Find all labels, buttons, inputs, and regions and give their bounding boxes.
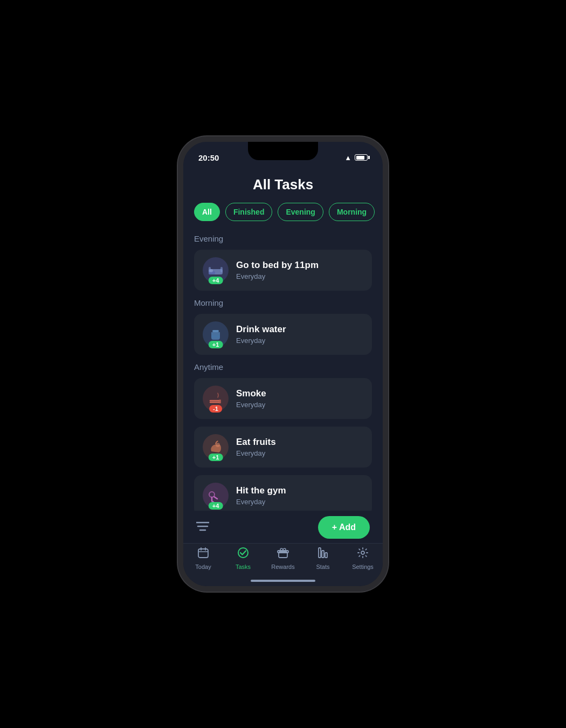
svg-rect-6 — [211, 335, 220, 338]
wifi-icon: ▲ — [344, 154, 351, 162]
nav-item-rewards[interactable]: Rewards — [267, 547, 299, 570]
task-freq-fruits: Everyday — [236, 449, 276, 457]
rewards-icon — [277, 547, 289, 562]
section-header-morning: Morning — [194, 298, 372, 307]
svg-point-8 — [216, 443, 220, 447]
task-freq-gym: Everyday — [236, 498, 286, 506]
nav-label-tasks: Tasks — [236, 564, 251, 570]
nav-label-stats: Stats — [316, 564, 329, 570]
filter-tabs: All Finished Evening Morning — [194, 203, 372, 221]
nav-item-stats[interactable]: Stats — [307, 547, 339, 570]
svg-point-21 — [238, 548, 248, 558]
action-bar: + Add — [183, 511, 383, 543]
task-badge-fruits: +1 — [209, 454, 223, 461]
bottom-nav: Today Tasks — [183, 543, 383, 575]
task-info-bed: Go to bed by 11pm Everyday — [236, 260, 319, 280]
filter-tab-finished[interactable]: Finished — [225, 203, 273, 221]
task-name-smoke: Smoke — [236, 388, 266, 399]
task-freq-water: Everyday — [236, 336, 286, 345]
task-badge-bed: +4 — [209, 277, 223, 284]
main-content[interactable]: All Tasks All Finished Evening Morning E… — [183, 166, 383, 511]
task-card-water[interactable]: +1 Drink water Everyday — [194, 314, 372, 355]
nav-label-settings: Settings — [352, 564, 374, 570]
svg-rect-25 — [322, 551, 324, 558]
nav-label-today: Today — [195, 564, 211, 570]
svg-point-27 — [361, 551, 364, 554]
home-indicator-bar — [251, 580, 315, 582]
task-name-bed: Go to bed by 11pm — [236, 260, 319, 271]
nav-label-rewards: Rewards — [271, 564, 294, 570]
svg-point-4 — [210, 269, 213, 272]
task-name-water: Drink water — [236, 324, 286, 335]
task-card-smoke[interactable]: -1 Smoke Everyday — [194, 378, 372, 419]
svg-line-10 — [214, 497, 217, 499]
task-icon-wrap-gym: +4 — [203, 483, 229, 509]
task-name-gym: Hit the gym — [236, 485, 286, 496]
svg-rect-17 — [198, 549, 208, 558]
status-icons: ▲ — [344, 154, 368, 162]
status-bar: 20:50 ▲ — [183, 142, 383, 166]
nav-item-today[interactable]: Today — [187, 547, 219, 570]
section-header-anytime: Anytime — [194, 362, 372, 372]
task-info-smoke: Smoke Everyday — [236, 388, 266, 409]
task-badge-smoke: -1 — [209, 405, 222, 413]
task-card-gym[interactable]: +4 Hit the gym Everyday — [194, 475, 372, 511]
task-info-water: Drink water Everyday — [236, 324, 286, 345]
task-badge-water: +1 — [209, 341, 223, 348]
task-freq-smoke: Everyday — [236, 401, 266, 409]
tasks-icon — [237, 547, 249, 562]
task-icon-wrap-smoke: -1 — [203, 386, 229, 411]
task-freq-bed: Everyday — [236, 272, 319, 280]
today-icon — [197, 547, 209, 562]
task-badge-gym: +4 — [209, 502, 223, 510]
svg-rect-5 — [212, 330, 219, 332]
filter-tab-evening[interactable]: Evening — [278, 203, 323, 221]
task-info-fruits: Eat fruits Everyday — [236, 437, 276, 457]
svg-rect-26 — [325, 553, 327, 558]
task-card-fruits[interactable]: +1 Eat fruits Everyday — [194, 427, 372, 468]
task-name-fruits: Eat fruits — [236, 437, 276, 448]
section-header-evening: Evening — [194, 234, 372, 243]
nav-item-tasks[interactable]: Tasks — [227, 547, 259, 570]
stats-icon — [317, 547, 329, 562]
add-button[interactable]: + Add — [318, 516, 370, 539]
svg-rect-7 — [219, 400, 221, 403]
nav-item-settings[interactable]: Settings — [347, 547, 379, 570]
page-title: All Tasks — [194, 166, 372, 203]
task-info-gym: Hit the gym Everyday — [236, 485, 286, 506]
home-indicator — [183, 575, 383, 586]
task-card-bed[interactable]: +4 Go to bed by 11pm Everyday — [194, 250, 372, 291]
task-icon-wrap-water: +1 — [203, 321, 229, 347]
task-icon-wrap-fruits: +1 — [203, 434, 229, 460]
phone-screen: 20:50 ▲ All Tasks All Finished Eveni — [183, 142, 383, 586]
filter-tab-morning[interactable]: Morning — [329, 203, 375, 221]
svg-rect-24 — [319, 548, 321, 558]
status-time: 20:50 — [198, 153, 219, 162]
settings-icon — [357, 547, 369, 562]
battery-icon — [355, 154, 368, 161]
task-icon-wrap-bed: +4 — [203, 257, 229, 283]
filter-button[interactable] — [196, 521, 209, 533]
phone-frame: 20:50 ▲ All Tasks All Finished Eveni — [178, 136, 388, 592]
svg-rect-3 — [220, 267, 223, 272]
filter-tab-all[interactable]: All — [194, 203, 220, 221]
